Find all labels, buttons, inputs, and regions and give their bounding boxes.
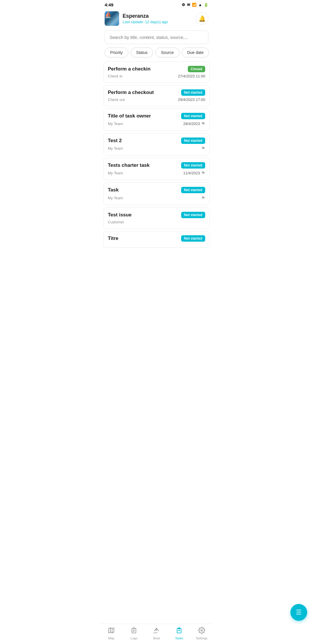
task-card-bottom: My Team ⚑ xyxy=(108,146,205,151)
task-title: Perform a checkout xyxy=(108,89,181,96)
signal-icon: 📶 xyxy=(192,3,196,7)
status-badge: Not started xyxy=(181,212,205,218)
task-card[interactable]: Perform a checkout Not started Check out… xyxy=(103,85,210,106)
task-card[interactable]: Task Not started My Team ⚑ xyxy=(103,182,210,205)
task-card-top: Task Not started xyxy=(108,187,205,193)
task-date: 27/4/2023 11:00 xyxy=(178,74,205,78)
status-badge: Not started xyxy=(181,235,205,242)
task-card[interactable]: Title of task owner Not started My Team … xyxy=(103,108,210,131)
task-date-row: ⚑ xyxy=(201,146,205,151)
task-card-top: Titre Not started xyxy=(108,235,205,242)
task-source: Check out xyxy=(108,97,125,102)
task-card-top: Tests charter task Not started xyxy=(108,162,205,169)
filter-due-date[interactable]: Due date xyxy=(182,48,209,57)
notifications-button[interactable]: 🔔 xyxy=(196,12,208,25)
header-left: ⛵ Esperanza Last Update: 12 day(s) ago xyxy=(105,11,168,26)
task-card-top: Test 2 Not started xyxy=(108,138,205,144)
task-date: 28/4/2023 xyxy=(183,122,200,126)
battery-icon: 🔋 xyxy=(204,3,208,7)
task-card-bottom: Check out 29/4/2023 17:00 xyxy=(108,97,205,102)
task-title: Tests charter task xyxy=(108,162,181,169)
flag-icon: ⚑ xyxy=(201,121,205,126)
status-badge: Closed xyxy=(188,66,205,72)
task-card-top: Perform a checkin Closed xyxy=(108,66,205,72)
task-list: Perform a checkin Closed Check in 27/4/2… xyxy=(100,61,213,248)
status-icons: ⚙ ✉ 📶 ▲ 🔋 xyxy=(182,3,208,7)
task-title: Titre xyxy=(108,235,181,242)
task-source: My Team xyxy=(108,171,123,175)
task-date-row: 28/4/2023 ⚑ xyxy=(183,121,205,126)
last-update: Last Update: 12 day(s) ago xyxy=(123,20,168,24)
task-date-row: 27/4/2023 11:00 xyxy=(178,74,205,78)
task-card[interactable]: Perform a checkin Closed Check in 27/4/2… xyxy=(103,61,210,83)
avatar: ⛵ xyxy=(105,11,119,26)
task-source: My Team xyxy=(108,146,123,151)
task-card-bottom: My Team ⚑ xyxy=(108,195,205,201)
flag-icon: ⚑ xyxy=(201,146,205,151)
task-card-bottom: Customer xyxy=(108,220,205,224)
task-card[interactable]: Test 2 Not started My Team ⚑ xyxy=(103,133,210,155)
task-title: Test 2 xyxy=(108,138,181,144)
task-source: My Team xyxy=(108,196,123,200)
settings-icon: ⚙ xyxy=(182,3,185,7)
status-badge: Not started xyxy=(181,162,205,169)
task-date-row: ⚑ xyxy=(201,195,205,201)
flag-icon: ⚑ xyxy=(201,170,205,176)
task-card-bottom: My Team 11/4/2023 ⚑ xyxy=(108,170,205,176)
boat-name: Esperanza xyxy=(123,13,168,19)
search-input[interactable] xyxy=(105,30,208,44)
status-badge: Not started xyxy=(181,138,205,144)
bell-icon: 🔔 xyxy=(199,15,206,22)
status-time: 4:49 xyxy=(105,2,113,7)
content-area: Priority Status Source Due date Perform … xyxy=(100,29,213,273)
task-card[interactable]: Test issue Not started Customer xyxy=(103,207,210,229)
task-card-top: Perform a checkout Not started xyxy=(108,89,205,96)
task-source: Customer xyxy=(108,220,124,224)
status-badge: Not started xyxy=(181,113,205,119)
search-container xyxy=(100,29,213,48)
email-icon: ✉ xyxy=(187,3,190,7)
task-title: Title of task owner xyxy=(108,113,181,119)
task-card[interactable]: Titre Not started xyxy=(103,231,210,248)
wifi-icon: ▲ xyxy=(198,3,202,7)
task-source: Check in xyxy=(108,74,123,78)
task-date: 11/4/2023 xyxy=(183,171,200,175)
filter-row: Priority Status Source Due date xyxy=(100,48,213,61)
filter-priority[interactable]: Priority xyxy=(105,48,128,57)
task-card-bottom: My Team 28/4/2023 ⚑ xyxy=(108,121,205,126)
header-text: Esperanza Last Update: 12 day(s) ago xyxy=(123,13,168,24)
filter-source[interactable]: Source xyxy=(155,48,179,57)
task-source: My Team xyxy=(108,122,123,126)
task-date: 29/4/2023 17:00 xyxy=(178,97,205,102)
filter-status[interactable]: Status xyxy=(131,48,153,57)
status-badge: Not started xyxy=(181,89,205,96)
task-date-row: 11/4/2023 ⚑ xyxy=(183,170,205,176)
status-badge: Not started xyxy=(181,187,205,193)
flag-icon: ⚑ xyxy=(201,195,205,201)
task-date-row: 29/4/2023 17:00 xyxy=(178,97,205,102)
task-title: Test issue xyxy=(108,212,181,218)
task-card-bottom: Check in 27/4/2023 11:00 xyxy=(108,74,205,78)
task-card-top: Test issue Not started xyxy=(108,212,205,218)
task-card-top: Title of task owner Not started xyxy=(108,113,205,119)
header: ⛵ Esperanza Last Update: 12 day(s) ago 🔔 xyxy=(100,8,213,29)
task-title: Perform a checkin xyxy=(108,66,188,72)
task-card[interactable]: Tests charter task Not started My Team 1… xyxy=(103,158,210,180)
task-title: Task xyxy=(108,187,181,193)
status-bar: 4:49 ⚙ ✉ 📶 ▲ 🔋 xyxy=(100,0,213,8)
avatar-image: ⛵ xyxy=(105,11,119,26)
